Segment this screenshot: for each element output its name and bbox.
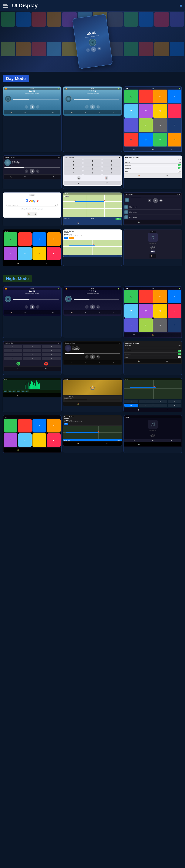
call-btn[interactable]: 📞 — [77, 176, 81, 180]
music-icon-bt[interactable]: ♪ — [37, 175, 41, 178]
night-bt-icon[interactable]: BT — [133, 334, 136, 337]
menu-dots-icon[interactable]: ≡ — [180, 3, 182, 8]
night-wave-back-icon[interactable]: ← — [45, 394, 48, 397]
night-prev-btn-1[interactable]: ⏮ — [25, 305, 28, 309]
night-app-1[interactable]: A — [125, 318, 138, 332]
hamburger-menu-icon[interactable] — [3, 2, 10, 9]
home-icon-3[interactable]: 🏠 — [151, 148, 154, 151]
night-app-3[interactable]: C — [153, 318, 167, 332]
social-play-btn[interactable]: ▶ — [153, 198, 158, 203]
next-btn-2[interactable]: ⏭ — [97, 105, 100, 108]
night-key-star[interactable]: * — [4, 357, 22, 360]
auto-connect-toggle[interactable] — [178, 167, 181, 169]
night-nav-go-btn[interactable]: GO — [64, 423, 68, 425]
key-6[interactable]: 6 — [102, 163, 121, 167]
app-icon-e2[interactable]: 🌐 — [139, 133, 153, 147]
music-list-item-3[interactable]: 华乐_0736.mp3 — [125, 215, 181, 220]
social-back-icon[interactable]: ← — [165, 221, 168, 224]
carplay-messages-app[interactable]: ✉ — [18, 247, 32, 260]
end-call-btn[interactable]: 📵 — [105, 176, 108, 180]
night-music-icon-2[interactable]: ♪ — [98, 311, 101, 314]
app-icon-phone[interactable]: 📞 — [125, 90, 138, 103]
night-btn-2[interactable]: APP — [8, 391, 12, 392]
night-bt-next-btn[interactable]: ⏭ — [97, 355, 100, 359]
night-settings-bt-icon[interactable]: BT — [165, 360, 168, 363]
call-home-icon[interactable]: 📞 — [77, 181, 80, 184]
night-ctrl-2d[interactable]: 2D — [168, 404, 181, 407]
settings-icon-2[interactable]: ⚙ — [112, 111, 115, 114]
night-settings-home-icon[interactable]: 🏠 — [137, 360, 140, 363]
night-ctrl-right[interactable]: → — [168, 400, 181, 403]
night-key-1[interactable]: 1 — [4, 345, 22, 348]
music-icon-1[interactable]: ♪ — [37, 111, 41, 114]
night-btn-3[interactable]: APP — [12, 391, 16, 392]
nav-route-btn[interactable]: Route — [69, 237, 74, 239]
night-cp-radio[interactable]: 📻 — [32, 433, 46, 447]
night-app-media[interactable]: ▶ — [168, 304, 181, 318]
key-5[interactable]: 5 — [83, 163, 102, 167]
settings-bt-icon[interactable]: BT — [165, 174, 168, 177]
night-ctrl-zoom-in[interactable]: + — [139, 404, 153, 407]
key-7[interactable]: 7 — [64, 167, 83, 170]
app-icon-photos[interactable]: 🖼 — [153, 90, 167, 103]
night-app-4[interactable]: D — [168, 318, 181, 332]
app-icon-music[interactable]: ♪ — [139, 90, 153, 103]
google-search-input[interactable]: Search or type URL 🎤 — [6, 204, 58, 207]
night-nav-back-icon[interactable]: ← — [166, 408, 169, 411]
night-key-hash[interactable]: # — [42, 357, 60, 360]
music-list-item-2[interactable]: 华乐_0736.mp3 — [125, 210, 181, 215]
night-power-toggle[interactable] — [178, 356, 181, 358]
night-cp-maps[interactable]: 🗺 — [47, 419, 61, 433]
carplay-maps-app[interactable]: 🗺 — [47, 232, 61, 246]
night-bt-prev-btn[interactable]: ⏮ — [85, 355, 88, 359]
app-icon-e3[interactable]: ✉ — [153, 133, 167, 147]
next-btn-1[interactable]: ⏭ — [36, 105, 39, 108]
night-navr-back-icon[interactable]: ← — [106, 442, 109, 445]
google-menu-icon[interactable]: ⊞ — [34, 213, 36, 216]
app-icon-app2[interactable]: B — [139, 118, 153, 132]
key-0[interactable]: 0 — [83, 171, 102, 175]
carplay-phone-app[interactable]: 📞 — [4, 232, 17, 246]
google-home-icon[interactable]: 🏠 — [28, 213, 31, 216]
night-app-settings[interactable]: ⚙ — [168, 289, 181, 303]
night-btn-1[interactable]: APP — [4, 391, 7, 392]
key-2[interactable]: 2 — [83, 159, 102, 163]
night-home-icon-1[interactable]: 🏠 — [10, 311, 13, 314]
social-prev-btn[interactable]: ⏮ — [148, 199, 151, 202]
key-8[interactable]: 8 — [83, 167, 102, 170]
night-ctrl-left[interactable]: ← — [153, 400, 167, 403]
night-cp-back-icon[interactable]: ← — [45, 448, 48, 452]
night-key-5[interactable]: 5 — [23, 349, 42, 352]
play-btn-1[interactable]: ⏸ — [30, 104, 34, 110]
home-icon-2[interactable]: 🏠 — [70, 111, 73, 114]
night-btn-6[interactable]: APP — [25, 391, 29, 392]
night-key-0[interactable]: 0 — [23, 357, 42, 360]
night-food-home-icon[interactable]: 🏠 — [77, 403, 80, 406]
carplay-music-app[interactable]: ♪ — [18, 232, 32, 246]
carplay-back-icon[interactable]: ← — [45, 262, 48, 265]
night-ctrl-down[interactable]: ↓ — [139, 400, 153, 403]
night-app-photos[interactable]: 🖼 — [153, 289, 167, 303]
email-icon-1[interactable]: ✉ — [24, 111, 27, 114]
settings-home-icon[interactable]: 🏠 — [137, 174, 140, 177]
settings-icon-1[interactable]: ⚙ — [51, 111, 54, 114]
settings-icon-bt[interactable]: ⚙ — [52, 175, 55, 178]
night-key-3[interactable]: 3 — [42, 345, 60, 348]
night-np-home-icon[interactable]: 🏠 — [137, 443, 140, 446]
night-app-2[interactable]: B — [139, 318, 153, 332]
night-app-bt[interactable]: BT — [139, 304, 153, 318]
np-home-icon[interactable]: 🏠 — [150, 254, 153, 257]
night-cp-phone[interactable]: 📞 — [4, 419, 17, 433]
map-home-icon[interactable]: 🏠 — [77, 221, 80, 224]
app-icon-settings[interactable]: ⚙ — [168, 90, 181, 103]
night-cp-music[interactable]: ♪ — [18, 419, 32, 433]
night-email-icon-1[interactable]: ✉ — [24, 311, 27, 314]
night-back-icon[interactable]: ← — [170, 334, 173, 337]
night-ctrl-go[interactable]: GO — [125, 404, 138, 407]
bt-icon[interactable]: BT — [133, 148, 136, 151]
night-bt-play-btn[interactable]: ⏸ — [90, 354, 95, 359]
night-next-btn-2[interactable]: ⏭ — [97, 305, 100, 309]
google-lucky-btn[interactable]: I'm Feeling Lucky — [32, 208, 44, 210]
np-back-icon[interactable]: ← — [153, 254, 156, 257]
email-icon-bt[interactable]: ✉ — [24, 175, 27, 178]
